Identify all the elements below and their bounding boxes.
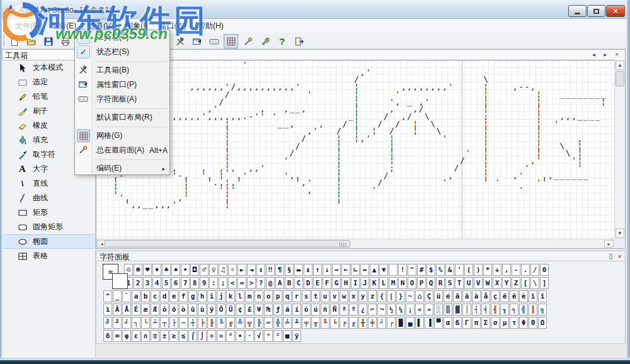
char-cell[interactable]: σ [491, 317, 500, 329]
char-cell[interactable]: ◘ [190, 264, 199, 276]
char-cell[interactable]: Y [502, 277, 511, 289]
char-cell[interactable]: ┬ [160, 317, 169, 329]
char-cell[interactable]: → [332, 264, 341, 276]
char-cell[interactable]: c [151, 290, 159, 302]
char-cell[interactable]: Q [427, 277, 435, 289]
char-cell[interactable]: > [247, 277, 256, 289]
char-cell[interactable]: ≤ [179, 330, 188, 342]
menu-item-properties-window[interactable]: 属性窗口(P) [75, 77, 169, 92]
char-cell[interactable]: k [226, 290, 235, 302]
char-cell[interactable]: ± [160, 330, 169, 342]
char-cell[interactable]: ~ [406, 290, 415, 302]
char-cell[interactable]: ⌂ [415, 290, 424, 302]
char-cell[interactable]: a [132, 290, 140, 302]
char-cell[interactable]: ç [491, 290, 500, 302]
char-cell[interactable]: ù [198, 304, 207, 316]
char-cell[interactable]: δ [103, 330, 112, 342]
tool-line[interactable]: \ 直线 [2, 176, 95, 191]
options-button[interactable] [258, 34, 272, 48]
char-cell[interactable]: ¢ [236, 304, 244, 316]
tools-button[interactable] [173, 34, 187, 48]
char-cell[interactable]: ╫ [358, 317, 367, 329]
char-cell[interactable]: ⌡ [198, 330, 207, 342]
char-cell[interactable]: â [453, 290, 462, 302]
char-cell[interactable]: 8 [190, 277, 199, 289]
char-cell[interactable]: ╨ [292, 317, 301, 329]
char-cell[interactable]: ¼ [396, 304, 405, 316]
char-cell[interactable]: $ [427, 264, 435, 276]
char-cell[interactable]: ↨ [304, 264, 312, 276]
char-cell[interactable]: ² [273, 330, 282, 342]
char-cell[interactable]: j [217, 290, 226, 302]
char-cell[interactable]: ┤ [472, 304, 481, 316]
char-cell[interactable]: ö [169, 304, 178, 316]
char-cell[interactable]: f [179, 290, 188, 302]
char-cell[interactable]: á [283, 304, 292, 316]
char-cell[interactable]: ▒ [444, 304, 452, 316]
char-cell[interactable]: « [415, 304, 424, 316]
char-cell[interactable]: ▬ [294, 264, 303, 276]
char-cell[interactable]: ╝ [103, 317, 112, 329]
char-cell[interactable]: ╗ [538, 304, 547, 316]
drawing-canvas[interactable]: ' ,' / \ ,,,,,,'/,,,,,,,,,,' ¦ ,,,,,,,,'… [96, 60, 614, 239]
char-cell[interactable]: ▲ [370, 264, 379, 276]
char-cell[interactable]: º [349, 304, 358, 316]
char-cell[interactable]: = [238, 277, 246, 289]
char-cell[interactable]: ; [219, 277, 227, 289]
char-cell[interactable]: ‼ [266, 264, 275, 276]
char-cell[interactable]: p [273, 290, 282, 302]
char-cell[interactable]: ¬ [377, 304, 386, 316]
char-cell[interactable]: < [228, 277, 237, 289]
char-cell[interactable]: ß [453, 317, 462, 329]
char-cell[interactable]: u [321, 290, 329, 302]
char-cell[interactable]: C [294, 277, 303, 289]
char-cell[interactable]: * [483, 264, 492, 276]
char-cell[interactable]: D [304, 277, 312, 289]
char-cell[interactable]: π [472, 317, 481, 329]
char-cell[interactable]: M [389, 277, 398, 289]
char-cell[interactable]: µ [500, 317, 509, 329]
char-cell[interactable]: # [417, 264, 426, 276]
char-cell[interactable]: G [332, 277, 341, 289]
char-cell[interactable]: . [521, 264, 530, 276]
char-cell[interactable]: ¶ [275, 264, 284, 276]
close-button[interactable]: × [606, 5, 625, 17]
char-cell[interactable]: ■ [283, 330, 292, 342]
doc-close-icon[interactable]: × [615, 52, 619, 58]
char-cell[interactable]: ╜ [113, 317, 122, 329]
char-cell[interactable]: ╓ [349, 317, 358, 329]
char-cell[interactable]: ▓ [453, 304, 462, 316]
char-cell[interactable]: 6 [171, 277, 180, 289]
char-cell[interactable]: A [275, 277, 284, 289]
char-cell[interactable]: O [408, 277, 416, 289]
char-cell[interactable]: ▌ [415, 317, 424, 329]
char-cell[interactable]: 9 [200, 277, 209, 289]
char-cell[interactable]: e [169, 290, 178, 302]
char-cell[interactable]: [ [521, 277, 530, 289]
exit-button[interactable] [292, 34, 306, 48]
char-cell[interactable]: W [483, 277, 492, 289]
char-cell[interactable]: y [358, 290, 367, 302]
char-cell[interactable]: - [512, 264, 520, 276]
menu-file[interactable]: 文件(F) [9, 19, 45, 33]
char-cell[interactable]: ╔ [226, 317, 235, 329]
secondary-char-box[interactable] [112, 273, 128, 289]
char-cell[interactable]: ╒ [340, 317, 348, 329]
scroll-down-button[interactable]: ▼ [616, 229, 624, 238]
char-cell[interactable]: φ [122, 330, 131, 342]
char-cell[interactable]: ≥ [169, 330, 178, 342]
char-cell[interactable]: Σ [481, 317, 490, 329]
char-cell[interactable]: ▼ [379, 264, 388, 276]
always-on-top-button[interactable] [241, 34, 255, 48]
char-cell[interactable]: ╙ [321, 317, 329, 329]
menu-item-toolbox[interactable]: 工具箱(B) [75, 63, 169, 77]
char-cell[interactable]: 4 [152, 277, 161, 289]
char-cell[interactable]: é [444, 290, 452, 302]
scroll-up-button[interactable]: ▲ [616, 60, 624, 70]
char-cell[interactable]: Ω [538, 317, 547, 329]
char-cell[interactable]: , [502, 264, 511, 276]
horizontal-scroll-thumb[interactable] [105, 240, 350, 247]
char-cell[interactable]: B [285, 277, 294, 289]
char-cell[interactable]: ─ [179, 317, 188, 329]
char-cell[interactable]: F [323, 277, 331, 289]
